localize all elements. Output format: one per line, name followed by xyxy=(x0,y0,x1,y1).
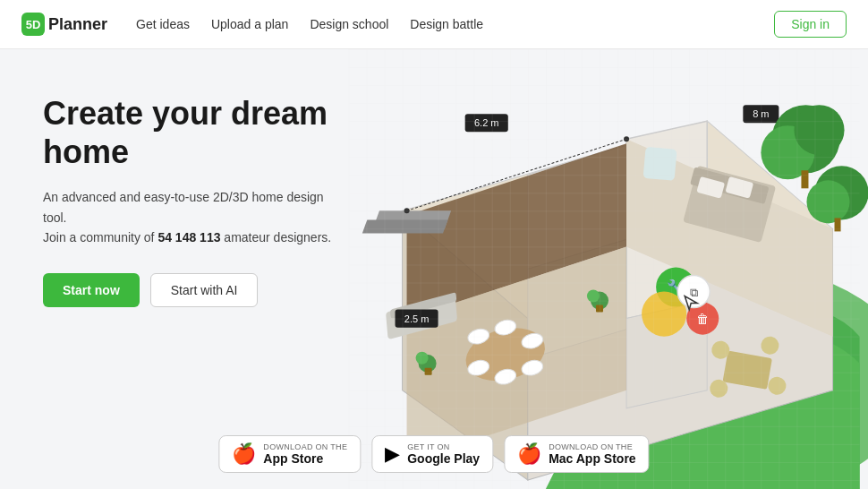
logo[interactable]: 5D Planner xyxy=(21,13,107,36)
google-play-label-large: Google Play xyxy=(407,451,480,466)
mac-app-store-badge[interactable]: 🍎 Download on the Mac App Store xyxy=(504,435,650,473)
mac-store-label-large: Mac App Store xyxy=(549,451,636,466)
hero-left: Create your dream home An advanced and e… xyxy=(0,49,340,489)
logo-name: Planner xyxy=(48,15,107,34)
google-play-badge[interactable]: ▶ GET IT ON Google Play xyxy=(371,435,493,473)
logo-icon: 5D xyxy=(21,13,45,36)
nav-links: Get ideas Upload a plan Design school De… xyxy=(136,17,774,31)
app-store-badge[interactable]: 🍎 Download on the App Store xyxy=(218,435,361,473)
google-play-label-small: GET IT ON xyxy=(407,442,480,451)
start-now-button[interactable]: Start now xyxy=(43,273,140,307)
hero-description: An advanced and easy-to-use 2D/3D home d… xyxy=(43,187,340,247)
mac-store-label-small: Download on the xyxy=(549,442,636,451)
main-content: Create your dream home An advanced and e… xyxy=(0,49,868,489)
google-play-icon: ▶ xyxy=(385,444,400,464)
floor-plan-svg: 🔧 🗑 ⧉ 6.2 m 8 m 2.5 xyxy=(340,49,868,489)
mac-apple-icon: 🍎 xyxy=(517,444,541,464)
community-count: 54 148 113 xyxy=(157,230,220,244)
nav-design-school[interactable]: Design school xyxy=(310,17,388,31)
apple-icon: 🍎 xyxy=(232,444,256,464)
nav-design-battle[interactable]: Design battle xyxy=(410,17,483,31)
app-badges: 🍎 Download on the App Store ▶ GET IT ON … xyxy=(218,435,649,473)
hero-buttons: Start now Start with AI xyxy=(43,273,340,307)
hero-title: Create your dream home xyxy=(43,94,340,171)
app-store-label-small: Download on the xyxy=(263,442,347,451)
app-store-label-large: App Store xyxy=(263,451,347,466)
svg-rect-62 xyxy=(348,49,859,489)
hero-illustration: 🔧 🗑 ⧉ 6.2 m 8 m 2.5 xyxy=(340,49,868,489)
nav-upload-plan[interactable]: Upload a plan xyxy=(211,17,288,31)
start-with-ai-button[interactable]: Start with AI xyxy=(150,273,259,307)
sign-in-button[interactable]: Sign in xyxy=(774,11,847,38)
nav-get-ideas[interactable]: Get ideas xyxy=(136,17,190,31)
navbar: 5D Planner Get ideas Upload a plan Desig… xyxy=(0,0,868,49)
